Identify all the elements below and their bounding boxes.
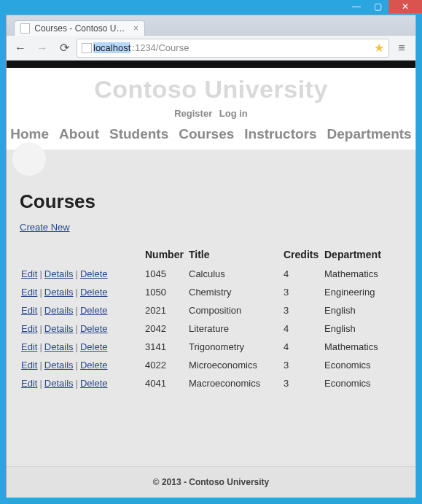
separator: | bbox=[76, 305, 78, 316]
cell-credits: 3 bbox=[282, 301, 323, 319]
row-actions: Edit|Details|Delete bbox=[20, 338, 144, 356]
delete-link[interactable]: Delete bbox=[80, 341, 108, 352]
cell-credits: 4 bbox=[282, 265, 323, 283]
cell-credits: 3 bbox=[282, 283, 323, 301]
main-nav: Home About Students Courses Instructors … bbox=[7, 126, 415, 142]
separator: | bbox=[39, 268, 42, 279]
details-link[interactable]: Details bbox=[44, 268, 74, 279]
reload-button[interactable]: ⟳ bbox=[55, 39, 74, 58]
details-link[interactable]: Details bbox=[44, 341, 74, 352]
cell-number: 4022 bbox=[144, 356, 187, 374]
separator: | bbox=[76, 268, 78, 279]
page-content: Courses Create New Number Title Credits … bbox=[7, 176, 415, 466]
browser-tab[interactable]: Courses - Contoso Univer × bbox=[14, 20, 145, 36]
separator: | bbox=[76, 287, 78, 298]
table-header-row: Number Title Credits Department bbox=[20, 246, 402, 265]
cell-number: 1045 bbox=[144, 265, 187, 283]
details-link[interactable]: Details bbox=[44, 305, 74, 316]
auth-links: Register Log in bbox=[7, 108, 415, 119]
separator: | bbox=[39, 323, 42, 334]
row-actions: Edit|Details|Delete bbox=[20, 265, 144, 283]
details-link[interactable]: Details bbox=[44, 360, 74, 371]
bookmark-star-icon[interactable]: ★ bbox=[374, 41, 384, 55]
window-titlebar: — ▢ ✕ bbox=[0, 0, 422, 15]
browser-menu-button[interactable]: ≡ bbox=[392, 39, 411, 58]
forward-button[interactable]: → bbox=[33, 39, 52, 58]
col-number-header: Number bbox=[144, 246, 187, 265]
nav-students[interactable]: Students bbox=[109, 126, 168, 142]
browser-chrome: Courses - Contoso Univer × ← → ⟳ localho… bbox=[6, 15, 416, 498]
row-actions: Edit|Details|Delete bbox=[20, 374, 144, 392]
details-link[interactable]: Details bbox=[44, 287, 74, 298]
separator: | bbox=[39, 305, 42, 316]
table-row: Edit|Details|Delete1045Calculus4Mathemat… bbox=[20, 265, 402, 283]
footer-text: © 2013 - Contoso University bbox=[153, 477, 270, 487]
nav-about[interactable]: About bbox=[59, 126, 99, 142]
create-new-link[interactable]: Create New bbox=[20, 222, 70, 233]
login-link[interactable]: Log in bbox=[219, 108, 248, 119]
delete-link[interactable]: Delete bbox=[80, 378, 108, 389]
col-title-header: Title bbox=[187, 246, 282, 265]
address-path: :1234/Course bbox=[132, 42, 189, 53]
page-favicon-icon bbox=[20, 23, 30, 34]
row-actions: Edit|Details|Delete bbox=[20, 356, 144, 374]
delete-link[interactable]: Delete bbox=[80, 305, 108, 316]
window-close-button[interactable]: ✕ bbox=[388, 0, 422, 13]
separator: | bbox=[39, 360, 42, 371]
cell-title: Literature bbox=[187, 319, 282, 338]
avatar-placeholder bbox=[12, 142, 46, 176]
table-row: Edit|Details|Delete3141Trigonometry4Math… bbox=[20, 338, 402, 356]
nav-courses[interactable]: Courses bbox=[179, 126, 234, 142]
edit-link[interactable]: Edit bbox=[21, 341, 37, 352]
address-host: localhost bbox=[93, 42, 130, 53]
cell-title: Calculus bbox=[187, 265, 282, 283]
cell-department: Economics bbox=[323, 374, 402, 392]
browser-toolbar: ← → ⟳ localhost:1234/Course ★ ≡ bbox=[7, 36, 415, 61]
cell-number: 3141 bbox=[144, 338, 187, 356]
site-header: Contoso University Register Log in Home … bbox=[7, 68, 415, 150]
edit-link[interactable]: Edit bbox=[21, 305, 37, 316]
cell-number: 1050 bbox=[144, 283, 187, 301]
page-footer: © 2013 - Contoso University bbox=[7, 466, 415, 497]
edit-link[interactable]: Edit bbox=[21, 287, 37, 298]
nav-departments[interactable]: Departments bbox=[327, 126, 412, 142]
row-actions: Edit|Details|Delete bbox=[20, 301, 144, 319]
edit-link[interactable]: Edit bbox=[21, 378, 37, 389]
edit-link[interactable]: Edit bbox=[21, 268, 37, 279]
cell-department: English bbox=[323, 301, 402, 319]
separator: | bbox=[76, 323, 78, 334]
col-department-header: Department bbox=[323, 246, 402, 265]
separator: | bbox=[39, 287, 42, 298]
cell-department: Mathematics bbox=[323, 265, 402, 283]
table-row: Edit|Details|Delete1050Chemistry3Enginee… bbox=[20, 283, 402, 301]
row-actions: Edit|Details|Delete bbox=[20, 319, 144, 338]
window-maximize-button[interactable]: ▢ bbox=[367, 0, 388, 13]
cell-title: Macroeconomics bbox=[187, 374, 282, 392]
delete-link[interactable]: Delete bbox=[80, 323, 108, 334]
window-minimize-button[interactable]: — bbox=[346, 0, 367, 13]
nav-home[interactable]: Home bbox=[10, 126, 49, 142]
cell-credits: 3 bbox=[282, 356, 323, 374]
tabstrip: Courses - Contoso Univer × bbox=[7, 15, 415, 36]
back-button[interactable]: ← bbox=[11, 39, 30, 58]
top-stripe bbox=[7, 61, 415, 68]
register-link[interactable]: Register bbox=[174, 108, 212, 119]
cell-number: 2042 bbox=[144, 319, 187, 338]
delete-link[interactable]: Delete bbox=[80, 360, 108, 371]
separator: | bbox=[76, 360, 78, 371]
tab-close-icon[interactable]: × bbox=[133, 23, 138, 34]
cell-credits: 3 bbox=[282, 374, 323, 392]
delete-link[interactable]: Delete bbox=[80, 287, 108, 298]
edit-link[interactable]: Edit bbox=[21, 323, 37, 334]
separator: | bbox=[76, 378, 78, 389]
cell-department: English bbox=[323, 319, 402, 338]
edit-link[interactable]: Edit bbox=[21, 360, 37, 371]
details-link[interactable]: Details bbox=[44, 323, 74, 334]
nav-instructors[interactable]: Instructors bbox=[244, 126, 316, 142]
col-actions-header bbox=[20, 246, 144, 265]
separator: | bbox=[76, 341, 78, 352]
delete-link[interactable]: Delete bbox=[80, 268, 108, 279]
cell-department: Mathematics bbox=[323, 338, 402, 356]
address-bar[interactable]: localhost:1234/Course ★ bbox=[77, 39, 389, 58]
details-link[interactable]: Details bbox=[44, 378, 74, 389]
